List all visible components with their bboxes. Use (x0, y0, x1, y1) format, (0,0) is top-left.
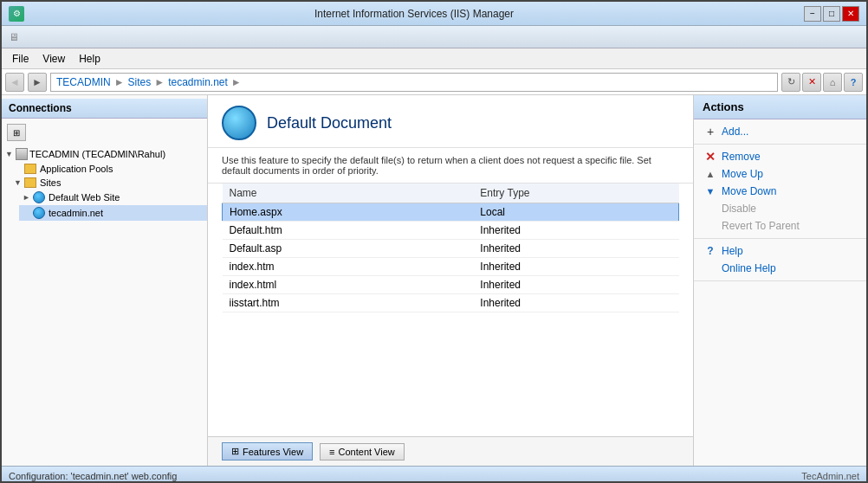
tree-item-default-site[interactable]: ► Default Web Site (19, 190, 207, 205)
table-row[interactable]: Default.aspInherited (223, 240, 679, 258)
tree-item-server[interactable]: ▼ TECADMIN (TECADMIN\Rahul) (2, 146, 207, 162)
server-icon (16, 148, 28, 160)
close-button[interactable]: ✕ (842, 6, 859, 22)
title-bar: ⚙ Internet Information Services (IIS) Ma… (2, 2, 866, 26)
table-cell-name: index.html (223, 276, 474, 294)
table-row[interactable]: iisstart.htmInherited (223, 294, 679, 312)
tree-item-sites[interactable]: ▼ Sites (10, 176, 207, 190)
minimize-button[interactable]: − (804, 6, 821, 22)
folder-icon-sites (24, 177, 36, 188)
action-revert[interactable]: Revert To Parent (694, 217, 866, 235)
expand-arrow-default: ► (23, 193, 31, 202)
breadcrumb-item-sites[interactable]: Sites (128, 76, 152, 88)
tree-item-apppools[interactable]: ► Application Pools (10, 162, 207, 176)
table-cell-type: Local (473, 203, 678, 222)
tree-item-tecadmin[interactable]: ► tecadmin.net (19, 205, 207, 221)
online-help-icon (704, 262, 716, 274)
breadcrumb-sep-1: ► (114, 76, 125, 88)
action-group-edit: ✕ Remove ▲ Move Up ▼ Move Down Disable R… (694, 145, 866, 239)
status-right: TecAdmin.net (801, 471, 859, 481)
table-cell-type: Inherited (473, 294, 678, 312)
sidebar-toolbar: ⊞ (2, 122, 207, 143)
address-bar: ◄ ► TECADMIN ► Sites ► tecadmin.net ► ↻ … (2, 69, 866, 95)
table-cell-name: index.htm (223, 258, 474, 276)
view-bar: ⊞ Features View ≡ Content View (208, 436, 693, 466)
table-cell-type: Inherited (473, 276, 678, 294)
table-cell-name: Default.htm (223, 222, 474, 240)
table-row[interactable]: Default.htmInherited (223, 222, 679, 240)
sidebar: Connections ⊞ ▼ TECADMIN (TECADMIN\Rahul… (2, 95, 208, 466)
sidebar-show-all-button[interactable]: ⊞ (7, 124, 26, 141)
back-button[interactable]: ◄ (5, 73, 24, 92)
table-cell-type: Inherited (473, 240, 678, 258)
action-help-label: Help (722, 245, 743, 257)
table-row[interactable]: index.htmInherited (223, 258, 679, 276)
content-globe-icon (222, 106, 256, 140)
help-addr-button[interactable]: ? (844, 73, 863, 92)
action-move-up-label: Move Up (722, 168, 763, 180)
main-layout: Connections ⊞ ▼ TECADMIN (TECADMIN\Rahul… (2, 95, 866, 466)
action-disable[interactable]: Disable (694, 200, 866, 217)
add-icon: + (704, 126, 716, 138)
action-group-add: + Add... (694, 119, 866, 145)
disable-icon (704, 203, 716, 215)
action-move-down[interactable]: ▼ Move Down (694, 183, 866, 200)
stop-button[interactable]: ✕ (802, 73, 821, 92)
forward-button[interactable]: ► (28, 73, 47, 92)
content-view-icon: ≡ (329, 447, 334, 457)
maximize-button[interactable]: □ (823, 6, 840, 22)
window-title: Internet Information Services (IIS) Mana… (24, 8, 804, 20)
refresh-button[interactable]: ↻ (781, 73, 800, 92)
content-view-label: Content View (339, 447, 395, 457)
content-view-button[interactable]: ≡ Content View (320, 443, 405, 460)
table-cell-name: iisstart.htm (223, 294, 474, 312)
features-view-button[interactable]: ⊞ Features View (222, 442, 313, 460)
documents-table: Name Entry Type Home.aspxLocalDefault.ht… (222, 184, 679, 312)
expand-arrow-sites: ▼ (14, 178, 23, 187)
table-cell-type: Inherited (473, 222, 678, 240)
menu-file[interactable]: File (5, 51, 36, 67)
expand-arrow-server: ▼ (5, 150, 14, 158)
tree-label-sites: Sites (40, 177, 61, 188)
action-online-help[interactable]: Online Help (694, 260, 866, 277)
folder-icon-apppools (24, 164, 36, 174)
features-view-label: Features View (243, 447, 303, 457)
content-header: Default Document (208, 95, 693, 148)
breadcrumb-item-tecadmin[interactable]: TECADMIN (56, 76, 111, 88)
move-down-icon: ▼ (704, 185, 716, 197)
tree-label-default: Default Web Site (49, 192, 120, 203)
action-add[interactable]: + Add... (694, 123, 866, 140)
content-pane: Default Document Use this feature to spe… (208, 95, 693, 466)
revert-icon (704, 220, 716, 232)
action-add-label: Add... (722, 126, 748, 138)
globe-icon-default (33, 191, 45, 203)
address-right-buttons: ↻ ✕ ⌂ ? (781, 73, 863, 92)
toolbar-icon-1: 🖥 (5, 29, 23, 46)
action-help[interactable]: ? Help (694, 242, 866, 260)
table-row[interactable]: Home.aspxLocal (223, 203, 679, 222)
actions-panel: Actions + Add... ✕ Remove ▲ Move Up ▼ Mo… (693, 95, 866, 466)
col-type: Entry Type (473, 184, 678, 203)
status-bar: Configuration: 'tecadmin.net' web.config… (2, 466, 866, 483)
breadcrumb: TECADMIN ► Sites ► tecadmin.net ► (50, 73, 778, 92)
action-disable-label: Disable (722, 203, 756, 215)
features-view-icon: ⊞ (231, 446, 239, 457)
menu-view[interactable]: View (36, 51, 72, 67)
menu-help[interactable]: Help (72, 51, 107, 67)
home-button[interactable]: ⌂ (823, 73, 842, 92)
table-row[interactable]: index.htmlInherited (223, 276, 679, 294)
action-revert-label: Revert To Parent (722, 220, 800, 232)
status-text: Configuration: 'tecadmin.net' web.config (9, 471, 177, 481)
action-move-up[interactable]: ▲ Move Up (694, 165, 866, 183)
help-icon: ? (704, 245, 716, 257)
sidebar-header: Connections (2, 99, 207, 119)
iis-toolbar: 🖥 (2, 26, 866, 48)
remove-icon: ✕ (704, 151, 716, 163)
tree-label-apppools: Application Pools (40, 164, 113, 174)
content-table-wrap: Name Entry Type Home.aspxLocalDefault.ht… (208, 184, 693, 436)
action-remove[interactable]: ✕ Remove (694, 148, 866, 165)
tree-label-server: TECADMIN (TECADMIN\Rahul) (29, 149, 165, 159)
breadcrumb-sep-2: ► (154, 76, 165, 88)
col-name: Name (223, 184, 474, 203)
breadcrumb-item-domain[interactable]: tecadmin.net (168, 76, 228, 88)
